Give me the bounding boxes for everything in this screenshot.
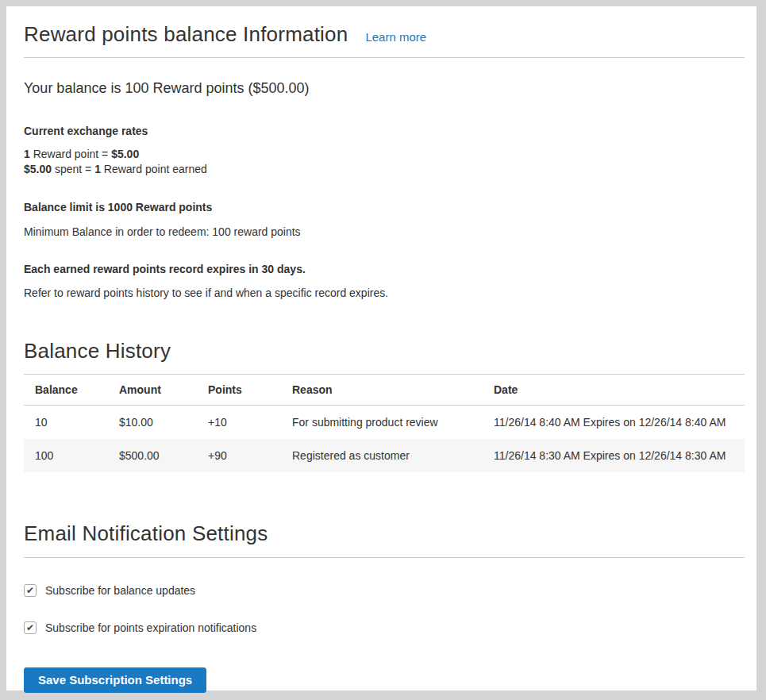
balance-updates-checkbox[interactable] [24, 584, 37, 597]
expiration-note: Refer to reward points history to see if… [24, 287, 745, 299]
cell-points: +10 [197, 406, 281, 440]
save-subscription-settings-button[interactable]: Save Subscription Settings [24, 667, 206, 693]
balance-updates-row: Subscribe for balance updates [24, 584, 745, 597]
cell-balance: 10 [24, 406, 108, 440]
cell-amount: $500.00 [108, 439, 197, 472]
cell-balance: 100 [24, 439, 108, 472]
column-header-balance: Balance [24, 375, 108, 406]
min-balance-text: Minimum Balance in order to redeem: 100 … [24, 225, 745, 238]
balance-history-heading: Balance History [24, 339, 745, 363]
balance-history-table: Balance Amount Points Reason Date 10 $10… [24, 374, 745, 472]
balance-summary: Your balance is 100 Reward points ($500.… [24, 80, 745, 97]
expiration-notifications-row: Subscribe for points expiration notifica… [24, 621, 745, 634]
expiration-label: Each earned reward points record expires… [24, 263, 745, 275]
expiration-notifications-label: Subscribe for points expiration notifica… [45, 621, 256, 634]
cell-amount: $10.00 [108, 406, 197, 440]
exchange-rate-lines: 1 Reward point = $5.00 $5.00 spent = 1 R… [24, 147, 745, 177]
cell-date: 11/26/14 8:40 AM Expires on 12/26/14 8:4… [483, 406, 745, 440]
page-header: Reward points balance Information Learn … [24, 17, 745, 58]
balance-limit-label: Balance limit is 1000 Reward points [24, 201, 745, 213]
cell-reason: Registered as customer [281, 439, 483, 472]
column-header-date: Date [483, 375, 745, 406]
table-row: 100 $500.00 +90 Registered as customer 1… [24, 439, 745, 472]
email-settings-heading: Email Notification Settings [24, 521, 745, 558]
cell-date: 11/26/14 8:30 AM Expires on 12/26/14 8:3… [483, 439, 745, 472]
exchange-rates-heading: Current exchange rates [24, 125, 745, 137]
rate-line-spend: $5.00 spent = 1 Reward point earned [24, 163, 207, 175]
cell-reason: For submitting product review [281, 406, 483, 440]
learn-more-link[interactable]: Learn more [365, 30, 426, 44]
balance-updates-label: Subscribe for balance updates [45, 584, 195, 597]
page-title: Reward points balance Information [24, 22, 348, 47]
column-header-reason: Reason [281, 375, 483, 406]
column-header-points: Points [197, 375, 281, 406]
reward-points-card: Reward points balance Information Learn … [6, 6, 756, 690]
expiration-notifications-checkbox[interactable] [24, 621, 37, 634]
table-row: 10 $10.00 +10 For submitting product rev… [24, 406, 745, 440]
column-header-amount: Amount [108, 375, 197, 406]
cell-points: +90 [197, 439, 281, 472]
table-header-row: Balance Amount Points Reason Date [24, 375, 745, 406]
rate-line-earn: 1 Reward point = $5.00 [24, 148, 139, 160]
